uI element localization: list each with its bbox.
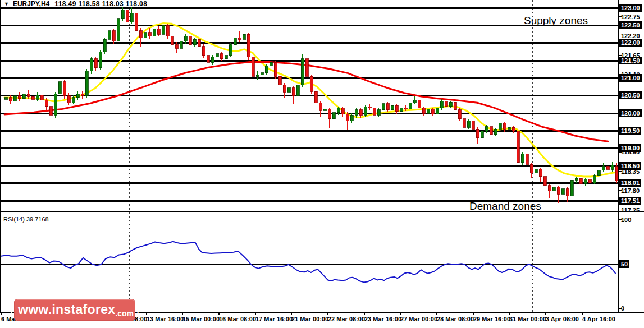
price-tick-label: 117.25 (621, 207, 640, 214)
watermark-text: www.instaforex (18, 302, 115, 317)
demand-zones-annotation: Demand zones (469, 200, 541, 212)
chart-title-bar: ▼ EURJPY,H4 118.49 118.58 118.03 118.08 (4, 0, 149, 7)
price-zone-label: 120.00 (619, 109, 642, 117)
time-tick-label: 31 Mar 00:00 (509, 316, 546, 322)
price-zone-label: 121.50 (619, 57, 642, 64)
time-tick-label: 23 Mar 16:00 (364, 316, 401, 322)
watermark-bracket-left: [ (10, 303, 13, 317)
time-tick-label: 22 Mar 08:00 (328, 316, 365, 322)
rsi-scale-label: 0 (621, 305, 624, 312)
price-zone-label: 118.50 (619, 162, 641, 170)
price-zone-label: 122.00 (619, 39, 642, 47)
zone-lines (0, 8, 618, 201)
price-zone-label: 117.51 (619, 197, 641, 205)
instaforex-watermark: [ www.instaforex .com ] (14, 299, 135, 321)
rsi-line (1, 242, 615, 283)
week-separator-lines (129, 0, 532, 313)
price-tick-label: 122.75 (621, 13, 640, 20)
time-tick-label: 13 Mar 16:00 (147, 316, 184, 322)
time-tick-label: 15 Mar 00:00 (182, 316, 220, 322)
price-zone-label: 120.50 (619, 91, 642, 99)
price-zone-label: 122.50 (619, 21, 642, 29)
ohlc-values: 118.49 118.58 118.03 118.08 (54, 0, 147, 8)
price-zone-label: 123.00 (619, 4, 642, 12)
price-zone-label: 119.50 (619, 127, 641, 135)
time-tick-label: 3 Apr 08:00 (546, 316, 579, 322)
supply-zones-annotation: Supply zones (524, 15, 588, 27)
time-tick-label: 17 Mar 16:00 (255, 316, 293, 322)
price-zone-label: 119.00 (619, 144, 641, 152)
time-tick-label: 28 Mar 08:00 (437, 316, 474, 322)
time-tick-label: 4 Apr 16:00 (582, 316, 615, 322)
price-tick-label: 117.80 (621, 187, 640, 194)
time-tick-label: 16 Mar 08:00 (219, 316, 256, 322)
mt4-chart-window: ▼ EURJPY,H4 118.49 118.58 118.03 118.08 … (0, 0, 644, 328)
time-tick-label: 27 Mar 00:00 (400, 316, 437, 322)
candlestick-series (4, 4, 618, 203)
price-zone-label: 118.01 (619, 179, 641, 187)
rsi-indicator-label: RSI(14) 39.7168 (3, 216, 49, 223)
rsi-scale-label: 50 (619, 260, 629, 268)
time-tick-label: 29 Mar 16:00 (473, 316, 510, 322)
time-tick-label: 21 Mar 00:00 (291, 316, 328, 322)
watermark-bracket-right: ] (136, 303, 139, 317)
watermark-suffix: .com (115, 309, 134, 318)
symbol-dropdown-icon[interactable]: ▼ (4, 1, 9, 7)
price-zone-label: 121.00 (619, 74, 642, 82)
chart-canvas (0, 0, 644, 328)
rsi-scale-label: 100 (621, 216, 631, 223)
symbol-timeframe-title: EURJPY,H4 (13, 0, 49, 8)
